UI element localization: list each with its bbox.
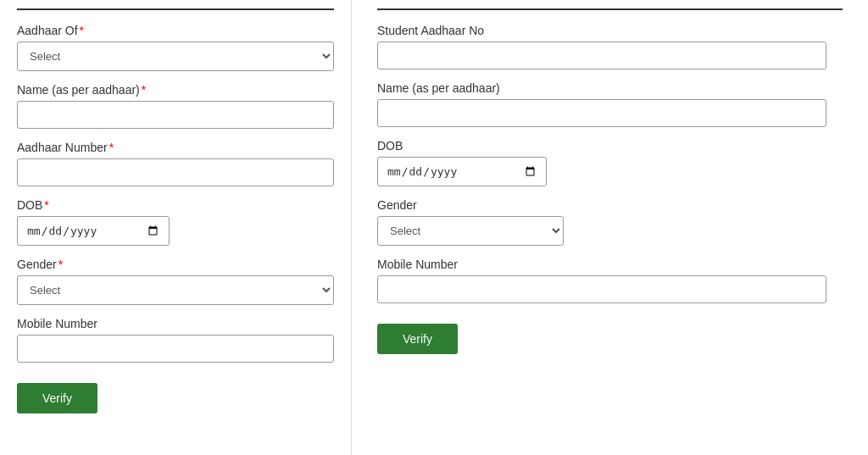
dob-right-group: DOB: [377, 139, 843, 186]
name-aadhaar-input[interactable]: [17, 101, 334, 129]
name-aadhaar-group: Name (as per aadhaar)*: [17, 83, 334, 129]
right-form-panel: Student Aadhaar No Name (as per aadhaar)…: [352, 0, 868, 455]
aadhaar-of-label: Aadhaar Of*: [17, 24, 334, 37]
dob-required: *: [44, 198, 48, 212]
dob-right-input[interactable]: [377, 157, 547, 186]
gender-group: Gender* Select Male Female Other: [17, 258, 334, 305]
name-aadhaar-right-input[interactable]: [377, 99, 826, 127]
mobile-number-right-group: Mobile Number: [377, 258, 843, 303]
gender-select[interactable]: Select Male Female Other: [17, 275, 334, 305]
dob-input[interactable]: [17, 216, 170, 246]
gender-label: Gender*: [17, 258, 334, 271]
name-aadhaar-right-label: Name (as per aadhaar): [377, 81, 843, 95]
mobile-number-label: Mobile Number: [17, 317, 334, 330]
student-aadhaar-no-label: Student Aadhaar No: [377, 24, 843, 37]
mobile-number-right-label: Mobile Number: [377, 258, 843, 271]
aadhaar-number-input[interactable]: [17, 158, 334, 186]
left-divider: [17, 8, 334, 10]
aadhaar-number-group: Aadhaar Number*: [17, 141, 334, 186]
name-required: *: [142, 83, 146, 97]
name-aadhaar-right-group: Name (as per aadhaar): [377, 81, 843, 127]
dob-group: DOB*: [17, 198, 334, 246]
aadhaar-number-label: Aadhaar Number*: [17, 141, 334, 154]
aadhaar-of-required: *: [80, 24, 84, 37]
dob-right-label: DOB: [377, 139, 843, 153]
right-verify-button[interactable]: Verify: [377, 324, 458, 354]
student-aadhaar-no-group: Student Aadhaar No: [377, 24, 843, 69]
mobile-number-group: Mobile Number: [17, 317, 334, 363]
aadhaar-number-required: *: [109, 141, 114, 154]
gender-right-group: Gender Select Male Female Other: [377, 198, 843, 246]
aadhaar-of-select[interactable]: Select Self Spouse Child Parent: [17, 42, 334, 71]
gender-required: *: [58, 258, 63, 271]
mobile-number-input[interactable]: [17, 335, 334, 363]
left-verify-button[interactable]: Verify: [17, 383, 97, 413]
student-aadhaar-no-input[interactable]: [377, 42, 826, 69]
mobile-number-right-input[interactable]: [377, 275, 826, 303]
name-aadhaar-label: Name (as per aadhaar)*: [17, 83, 334, 97]
right-divider: [377, 8, 843, 10]
gender-right-label: Gender: [377, 198, 843, 212]
aadhaar-of-group: Aadhaar Of* Select Self Spouse Child Par…: [17, 24, 334, 71]
dob-label: DOB*: [17, 198, 334, 212]
gender-right-select[interactable]: Select Male Female Other: [377, 216, 564, 246]
left-form-panel: Aadhaar Of* Select Self Spouse Child Par…: [0, 0, 352, 455]
